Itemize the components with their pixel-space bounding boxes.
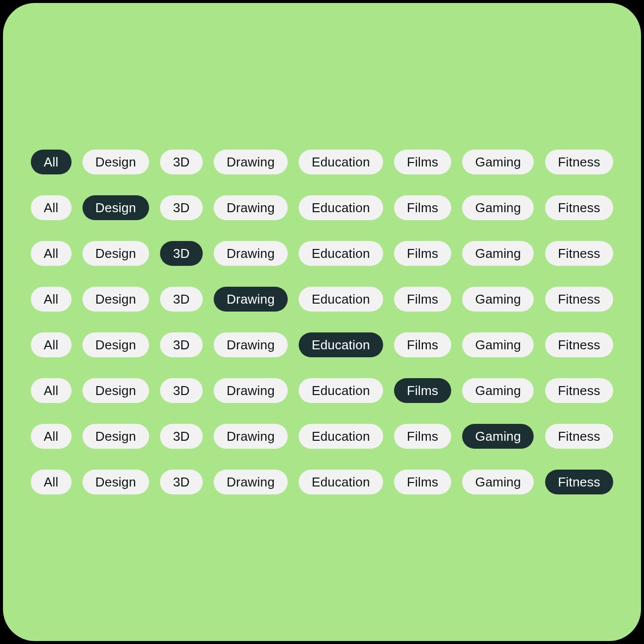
category-pill-design[interactable]: Design	[82, 195, 149, 220]
category-pill-all[interactable]: All	[31, 195, 72, 220]
category-pill-gaming[interactable]: Gaming	[462, 470, 534, 494]
category-pill-all[interactable]: All	[31, 332, 72, 357]
category-pill-design[interactable]: Design	[82, 378, 149, 403]
card-container: AllDesign3DDrawingEducationFilmsGamingFi…	[3, 3, 641, 641]
category-pill-3d[interactable]: 3D	[160, 241, 203, 266]
category-pill-all[interactable]: All	[31, 424, 72, 449]
category-pill-drawing[interactable]: Drawing	[214, 424, 288, 449]
category-row: AllDesign3DDrawingEducationFilmsGamingFi…	[31, 470, 613, 494]
category-pill-films[interactable]: Films	[394, 241, 451, 266]
category-pill-gaming[interactable]: Gaming	[462, 195, 534, 220]
category-pill-education[interactable]: Education	[299, 332, 383, 357]
category-pill-3d[interactable]: 3D	[160, 150, 203, 174]
category-pill-3d[interactable]: 3D	[160, 195, 203, 220]
category-row: AllDesign3DDrawingEducationFilmsGamingFi…	[31, 150, 613, 174]
category-pill-films[interactable]: Films	[394, 424, 451, 449]
category-pill-drawing[interactable]: Drawing	[214, 332, 288, 357]
category-pill-drawing[interactable]: Drawing	[214, 195, 288, 220]
category-pill-education[interactable]: Education	[299, 378, 383, 403]
category-pill-all[interactable]: All	[31, 241, 72, 266]
category-pill-education[interactable]: Education	[299, 424, 383, 449]
category-pill-all[interactable]: All	[31, 287, 72, 312]
category-pill-fitness[interactable]: Fitness	[545, 195, 613, 220]
category-row: AllDesign3DDrawingEducationFilmsGamingFi…	[31, 287, 613, 312]
category-pill-3d[interactable]: 3D	[160, 378, 203, 403]
category-pill-drawing[interactable]: Drawing	[214, 470, 288, 494]
category-pill-gaming[interactable]: Gaming	[462, 150, 534, 174]
category-row: AllDesign3DDrawingEducationFilmsGamingFi…	[31, 378, 613, 403]
category-pill-fitness[interactable]: Fitness	[545, 241, 613, 266]
category-pill-design[interactable]: Design	[82, 150, 149, 174]
category-pill-fitness[interactable]: Fitness	[545, 332, 613, 357]
category-pill-all[interactable]: All	[31, 378, 72, 403]
category-pill-design[interactable]: Design	[82, 424, 149, 449]
category-pill-drawing[interactable]: Drawing	[214, 378, 288, 403]
category-pill-education[interactable]: Education	[299, 241, 383, 266]
category-pill-films[interactable]: Films	[394, 470, 451, 494]
category-row: AllDesign3DDrawingEducationFilmsGamingFi…	[31, 241, 613, 266]
category-pill-gaming[interactable]: Gaming	[462, 424, 534, 449]
category-pill-fitness[interactable]: Fitness	[545, 287, 613, 312]
category-pill-design[interactable]: Design	[82, 470, 149, 494]
category-pill-films[interactable]: Films	[394, 378, 451, 403]
category-pill-3d[interactable]: 3D	[160, 470, 203, 494]
category-pill-films[interactable]: Films	[394, 332, 451, 357]
category-row: AllDesign3DDrawingEducationFilmsGamingFi…	[31, 195, 613, 220]
category-pill-education[interactable]: Education	[299, 287, 383, 312]
category-pill-gaming[interactable]: Gaming	[462, 332, 534, 357]
category-pill-films[interactable]: Films	[394, 150, 451, 174]
category-pill-fitness[interactable]: Fitness	[545, 378, 613, 403]
category-pill-design[interactable]: Design	[82, 241, 149, 266]
category-pill-gaming[interactable]: Gaming	[462, 241, 534, 266]
category-pill-drawing[interactable]: Drawing	[214, 150, 288, 174]
category-pill-fitness[interactable]: Fitness	[545, 424, 613, 449]
category-pill-films[interactable]: Films	[394, 195, 451, 220]
category-row: AllDesign3DDrawingEducationFilmsGamingFi…	[31, 424, 613, 449]
category-pill-design[interactable]: Design	[82, 332, 149, 357]
category-pill-gaming[interactable]: Gaming	[462, 378, 534, 403]
category-pill-all[interactable]: All	[31, 150, 72, 174]
category-pill-all[interactable]: All	[31, 470, 72, 494]
category-pill-3d[interactable]: 3D	[160, 424, 203, 449]
category-pill-drawing[interactable]: Drawing	[214, 287, 288, 312]
category-pill-gaming[interactable]: Gaming	[462, 287, 534, 312]
category-pill-design[interactable]: Design	[82, 287, 149, 312]
category-pill-3d[interactable]: 3D	[160, 287, 203, 312]
category-pill-fitness[interactable]: Fitness	[545, 150, 613, 174]
category-pill-films[interactable]: Films	[394, 287, 451, 312]
category-pill-education[interactable]: Education	[299, 195, 383, 220]
rows-container: AllDesign3DDrawingEducationFilmsGamingFi…	[31, 150, 613, 494]
category-pill-fitness[interactable]: Fitness	[545, 470, 613, 494]
category-pill-3d[interactable]: 3D	[160, 332, 203, 357]
category-pill-education[interactable]: Education	[299, 150, 383, 174]
category-row: AllDesign3DDrawingEducationFilmsGamingFi…	[31, 332, 613, 357]
category-pill-education[interactable]: Education	[299, 470, 383, 494]
category-pill-drawing[interactable]: Drawing	[214, 241, 288, 266]
